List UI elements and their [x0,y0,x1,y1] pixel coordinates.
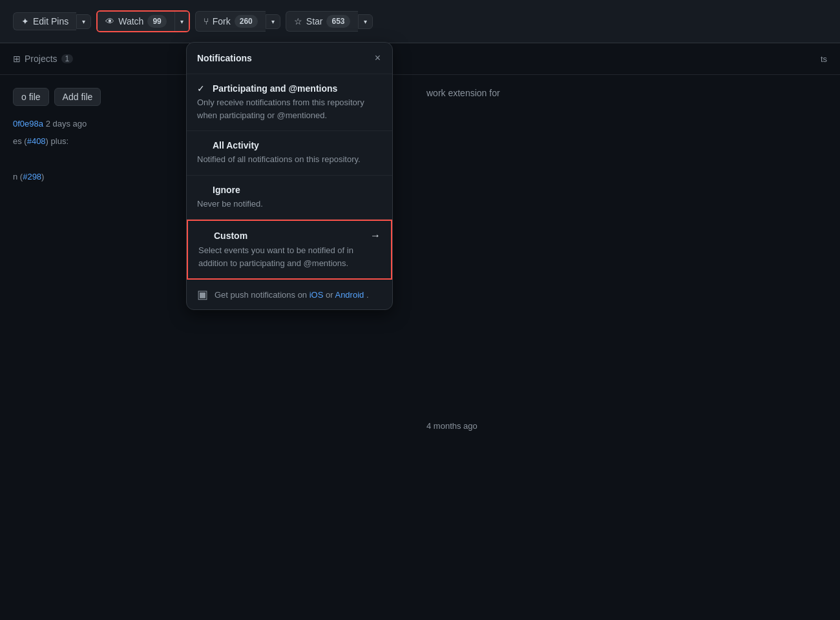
dropdown-item-ignore[interactable]: ✓ Ignore Never be notified. [187,176,392,220]
check-icon: ✓ [197,83,207,94]
add-file-button[interactable]: Add file [54,88,101,106]
fork-btn-group: ⑂ Fork 260 ▾ [195,11,280,32]
dropdown-item-custom[interactable]: ✓ Custom → Select events you want to be … [187,220,392,280]
close-icon: × [375,52,381,63]
footer-text-after: . [366,290,369,300]
watch-dropdown-button[interactable]: ▾ [174,12,189,31]
star-button[interactable]: ☆ Star 653 [286,11,358,32]
arrow-right-icon: → [370,230,381,242]
ignore-desc: Never be notified. [197,198,382,211]
notification-dropdown: Notifications × ✓ Participating and @men… [186,42,393,310]
custom-title: Custom [214,231,247,241]
issue-408-link[interactable]: #408 [27,136,46,146]
participating-title: Participating and @mentions [213,83,337,94]
go-to-file-button[interactable]: o file [13,88,49,106]
dropdown-footer: ▣ Get push notifications on iOS or Andro… [187,280,392,309]
star-dropdown-button[interactable]: ▾ [358,14,373,29]
watch-label: Watch [118,16,143,26]
item-title-row-all-activity: ✓ All Activity [197,140,382,150]
commit-time: 2 days ago [46,119,87,129]
edit-pins-dropdown-button[interactable]: ▾ [76,14,91,29]
fork-count-badge: 260 [235,15,258,28]
fork-label: Fork [213,16,231,26]
item-title-row-custom: ✓ Custom → [198,230,381,242]
custom-desc: Select events you want to be notified of… [198,244,381,269]
android-link[interactable]: Android [335,290,364,300]
dropdown-header: Notifications × [187,43,392,74]
issue-298-link[interactable]: #298 [23,172,41,181]
dropdown-item-all-activity[interactable]: ✓ All Activity Notified of all notificat… [187,131,392,176]
edit-pins-label: Edit Pins [33,16,68,26]
main-content: o file Add file 0f0e98a 2 days ago es (#… [0,75,840,444]
participating-desc: Only receive notifications from this rep… [197,96,382,121]
chevron-down-icon: ▾ [364,18,367,25]
footer-text-before: Get push notifications on [215,290,310,300]
go-to-file-label: o file [21,92,41,102]
fork-dropdown-button[interactable]: ▾ [266,14,280,29]
watch-btn-group: 👁 Watch 99 ▾ [96,10,190,32]
chevron-down-icon: ▾ [271,18,275,25]
footer-text: Get push notifications on iOS or Android… [215,290,369,300]
months-ago: 4 months ago [426,421,827,431]
watch-wrapper: 👁 Watch 99 ▾ [96,10,190,32]
footer-text-middle: or [326,290,335,300]
content-right: work extension for 4 months ago [426,88,827,431]
all-activity-title: All Activity [213,140,259,150]
add-file-label: Add file [63,92,93,102]
chevron-down-icon: ▾ [180,18,184,25]
projects-label: Projects [25,54,58,64]
nav-area: ⊞ Projects 1 ts [0,43,840,75]
ios-link[interactable]: iOS [310,290,324,300]
star-btn-group: ☆ Star 653 ▾ [286,11,373,32]
projects-icon: ⊞ [13,54,21,64]
item-title-row-ignore: ✓ Ignore [197,185,382,195]
edit-pins-btn-group: ✦ Edit Pins ▾ [13,12,91,30]
all-activity-desc: Notified of all notifications on this re… [197,153,382,166]
pin-icon: ✦ [21,16,29,26]
commit-hash: 0f0e98a [13,119,43,129]
star-icon: ☆ [294,16,302,26]
dropdown-item-participating[interactable]: ✓ Participating and @mentions Only recei… [187,74,392,131]
fork-icon: ⑂ [204,16,209,26]
nav-item-projects[interactable]: ⊞ Projects 1 [13,51,73,67]
mobile-icon: ▣ [197,287,208,302]
projects-count-badge: 1 [61,54,74,63]
toolbar: ✦ Edit Pins ▾ 👁 Watch 99 ▾ ⑂ Fork 260 ▾ [0,0,840,43]
close-button[interactable]: × [373,52,382,65]
chevron-down-icon: ▾ [82,18,85,25]
star-label: Star [306,16,323,26]
ignore-title: Ignore [213,185,240,195]
fork-button[interactable]: ⑂ Fork 260 [195,11,266,32]
nav-right-label: ts [821,54,827,64]
star-count-badge: 653 [326,15,350,28]
ext-text: work extension for [426,88,827,98]
edit-pins-button[interactable]: ✦ Edit Pins [13,12,76,30]
watch-count-badge: 99 [147,15,166,28]
dropdown-title: Notifications [197,53,252,63]
watch-button[interactable]: 👁 Watch 99 [98,12,174,31]
item-title-row-participating: ✓ Participating and @mentions [197,83,382,94]
eye-icon: 👁 [105,16,114,26]
